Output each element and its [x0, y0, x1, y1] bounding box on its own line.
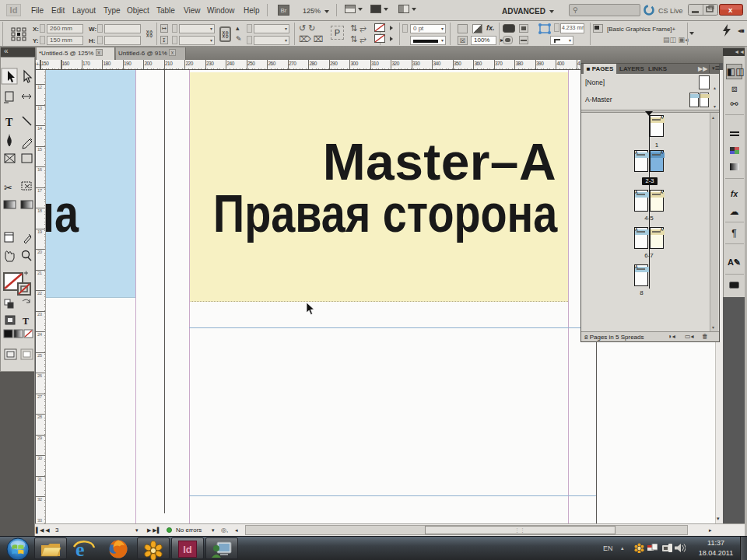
svg-text:x: x [728, 5, 733, 14]
svg-text:✂: ✂ [4, 182, 12, 194]
svg-text:CS Live: CS Live [658, 7, 683, 15]
svg-text:T: T [5, 117, 13, 128]
svg-text:T: T [23, 316, 29, 327]
